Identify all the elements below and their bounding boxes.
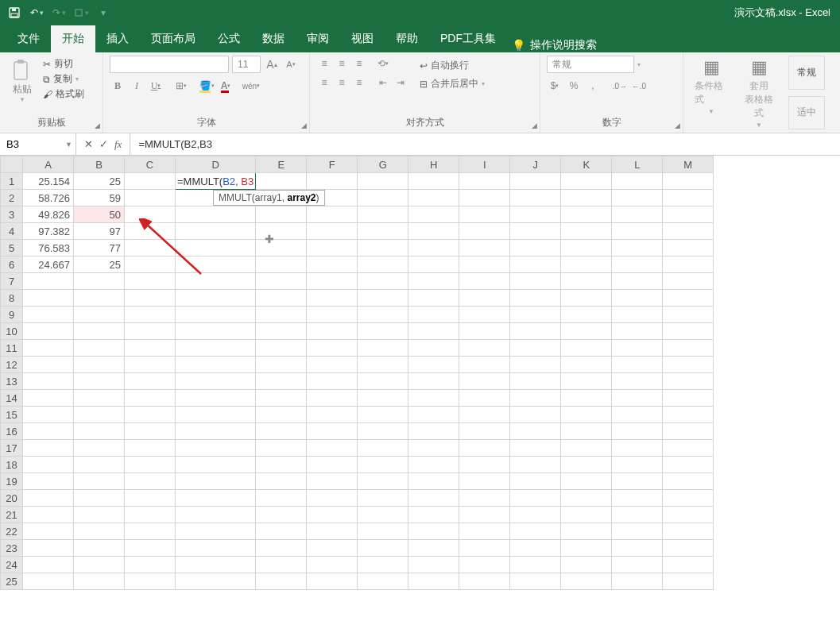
cell[interactable] bbox=[256, 557, 307, 573]
cell[interactable] bbox=[23, 323, 74, 340]
row-header[interactable]: 19 bbox=[1, 473, 23, 490]
cell[interactable] bbox=[561, 440, 612, 457]
increase-decimal-button[interactable]: .0→ bbox=[612, 78, 628, 94]
cell[interactable] bbox=[176, 390, 256, 407]
row-header[interactable]: 2 bbox=[1, 190, 23, 206]
cell[interactable] bbox=[358, 290, 408, 307]
cell[interactable] bbox=[307, 473, 358, 490]
cell[interactable] bbox=[74, 573, 125, 590]
row-header[interactable]: 9 bbox=[1, 307, 23, 323]
cell[interactable] bbox=[307, 256, 358, 273]
row-header[interactable]: 24 bbox=[1, 557, 23, 573]
cell[interactable] bbox=[176, 490, 256, 507]
cell[interactable] bbox=[510, 173, 561, 190]
cell[interactable] bbox=[256, 440, 307, 457]
decrease-indent-button[interactable]: ⇤ bbox=[375, 75, 391, 91]
increase-font-button[interactable]: A▴ bbox=[264, 56, 280, 72]
cell[interactable] bbox=[358, 173, 408, 190]
row-header[interactable]: 10 bbox=[1, 323, 23, 340]
cell[interactable] bbox=[74, 523, 125, 540]
cell[interactable] bbox=[663, 206, 714, 223]
cell[interactable] bbox=[459, 223, 510, 240]
cell[interactable] bbox=[561, 573, 612, 590]
cell[interactable] bbox=[74, 290, 125, 307]
align-middle-button[interactable]: ≡ bbox=[334, 56, 350, 71]
cell[interactable] bbox=[74, 357, 125, 373]
name-box[interactable]: B3 ▼ bbox=[0, 133, 76, 155]
tell-me[interactable]: 💡 操作说明搜索 bbox=[512, 38, 597, 52]
cell[interactable] bbox=[612, 173, 663, 190]
cell[interactable] bbox=[510, 273, 561, 290]
cell[interactable] bbox=[408, 173, 459, 190]
border-button[interactable]: ⊞▾ bbox=[173, 78, 189, 94]
cell[interactable] bbox=[256, 423, 307, 440]
tab-formulas[interactable]: 公式 bbox=[207, 25, 251, 52]
cell[interactable] bbox=[663, 557, 714, 573]
cell[interactable] bbox=[663, 573, 714, 590]
cell[interactable] bbox=[663, 173, 714, 190]
cell[interactable] bbox=[256, 290, 307, 307]
cell[interactable] bbox=[510, 290, 561, 307]
select-all-corner[interactable] bbox=[1, 156, 23, 173]
cell[interactable] bbox=[663, 473, 714, 490]
cell[interactable] bbox=[612, 457, 663, 473]
cell[interactable] bbox=[561, 340, 612, 357]
cell[interactable] bbox=[612, 507, 663, 523]
cell[interactable] bbox=[125, 457, 176, 473]
wrap-text-button[interactable]: ↩自动换行 bbox=[420, 59, 485, 72]
cell[interactable] bbox=[256, 507, 307, 523]
cell[interactable] bbox=[510, 357, 561, 373]
phonetic-button[interactable]: wén▾ bbox=[243, 78, 259, 94]
cell[interactable] bbox=[74, 323, 125, 340]
cell[interactable] bbox=[561, 307, 612, 323]
cell[interactable] bbox=[561, 457, 612, 473]
cell[interactable] bbox=[459, 373, 510, 390]
tab-review[interactable]: 审阅 bbox=[296, 25, 340, 52]
cell[interactable] bbox=[510, 390, 561, 407]
cell[interactable] bbox=[358, 457, 408, 473]
cell[interactable] bbox=[459, 240, 510, 256]
cell[interactable] bbox=[612, 557, 663, 573]
cell[interactable] bbox=[561, 523, 612, 540]
cell[interactable] bbox=[256, 240, 307, 256]
align-center-button[interactable]: ≡ bbox=[334, 75, 350, 91]
cell[interactable] bbox=[510, 507, 561, 523]
paste-button[interactable]: 粘贴 ▼ bbox=[6, 56, 38, 116]
cell[interactable] bbox=[358, 507, 408, 523]
cell[interactable] bbox=[74, 473, 125, 490]
cell[interactable] bbox=[125, 173, 176, 190]
column-header[interactable]: C bbox=[125, 156, 176, 173]
copy-button[interactable]: ⧉复制▾ bbox=[43, 72, 84, 86]
tab-layout[interactable]: 页面布局 bbox=[140, 25, 207, 52]
cell[interactable] bbox=[510, 457, 561, 473]
cell[interactable] bbox=[459, 507, 510, 523]
cell[interactable] bbox=[176, 407, 256, 423]
qat-customize-button[interactable]: ▾ bbox=[94, 3, 113, 22]
comma-format-button[interactable]: , bbox=[585, 78, 601, 94]
row-header[interactable]: 8 bbox=[1, 290, 23, 307]
cell[interactable] bbox=[23, 407, 74, 423]
cell[interactable] bbox=[408, 523, 459, 540]
cell[interactable] bbox=[176, 323, 256, 340]
row-header[interactable]: 18 bbox=[1, 457, 23, 473]
cell[interactable] bbox=[176, 290, 256, 307]
cell[interactable] bbox=[358, 407, 408, 423]
cell[interactable] bbox=[256, 390, 307, 407]
cell[interactable] bbox=[256, 340, 307, 357]
cell[interactable] bbox=[510, 423, 561, 440]
cell[interactable] bbox=[663, 507, 714, 523]
cell[interactable] bbox=[561, 273, 612, 290]
cell[interactable] bbox=[176, 473, 256, 490]
cell[interactable] bbox=[23, 507, 74, 523]
cell[interactable] bbox=[612, 273, 663, 290]
cell[interactable] bbox=[663, 373, 714, 390]
cell[interactable] bbox=[408, 190, 459, 206]
tab-file[interactable]: 文件 bbox=[6, 25, 51, 52]
cell[interactable]: 25 bbox=[74, 173, 125, 190]
cell[interactable] bbox=[408, 507, 459, 523]
cell[interactable] bbox=[358, 240, 408, 256]
cell[interactable] bbox=[74, 557, 125, 573]
cell[interactable] bbox=[74, 273, 125, 290]
cell[interactable] bbox=[510, 523, 561, 540]
cell[interactable] bbox=[23, 423, 74, 440]
